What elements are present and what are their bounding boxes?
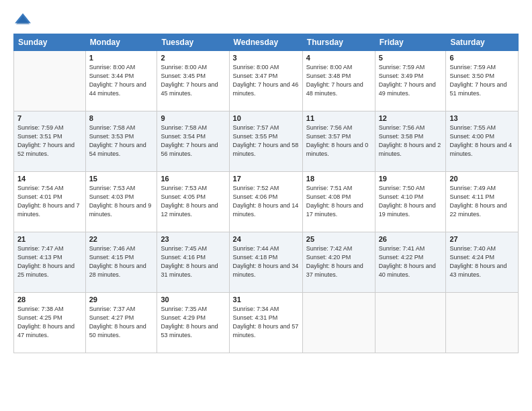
day-detail: Sunrise: 7:56 AMSunset: 3:58 PMDaylight:… — [379, 124, 443, 158]
calendar-cell: 13Sunrise: 7:55 AMSunset: 4:00 PMDayligh… — [446, 111, 519, 172]
day-detail: Sunrise: 7:35 AMSunset: 4:29 PMDaylight:… — [161, 305, 225, 340]
day-header-tuesday: Tuesday — [157, 34, 229, 51]
day-detail: Sunrise: 7:51 AMSunset: 4:08 PMDaylight:… — [306, 184, 371, 219]
calendar-cell: 19Sunrise: 7:50 AMSunset: 4:10 PMDayligh… — [375, 172, 446, 232]
calendar-cell: 12Sunrise: 7:56 AMSunset: 3:58 PMDayligh… — [375, 111, 446, 172]
day-number: 13 — [449, 114, 515, 122]
day-detail: Sunrise: 7:58 AMSunset: 3:54 PMDaylight:… — [161, 124, 225, 158]
calendar-cell: 26Sunrise: 7:41 AMSunset: 4:22 PMDayligh… — [375, 232, 446, 293]
day-number: 18 — [306, 175, 371, 183]
calendar-cell: 4Sunrise: 8:00 AMSunset: 3:48 PMDaylight… — [302, 51, 375, 111]
day-number: 1 — [89, 54, 154, 62]
day-number: 12 — [379, 114, 443, 122]
day-number: 20 — [449, 175, 515, 183]
calendar-cell: 20Sunrise: 7:49 AMSunset: 4:11 PMDayligh… — [446, 172, 519, 232]
calendar-week-2: 7Sunrise: 7:59 AMSunset: 3:51 PMDaylight… — [14, 111, 519, 172]
calendar-cell: 14Sunrise: 7:54 AMSunset: 4:01 PMDayligh… — [14, 172, 86, 232]
day-number: 15 — [89, 175, 154, 183]
day-detail: Sunrise: 7:56 AMSunset: 3:57 PMDaylight:… — [306, 124, 371, 158]
calendar-cell: 16Sunrise: 7:53 AMSunset: 4:05 PMDayligh… — [157, 172, 229, 232]
day-detail: Sunrise: 7:59 AMSunset: 3:51 PMDaylight:… — [17, 124, 82, 158]
day-number: 27 — [449, 235, 515, 243]
day-header-monday: Monday — [85, 34, 157, 51]
day-detail: Sunrise: 7:42 AMSunset: 4:20 PMDaylight:… — [306, 244, 371, 279]
day-detail: Sunrise: 7:37 AMSunset: 4:27 PMDaylight:… — [89, 305, 154, 340]
day-header-sunday: Sunday — [14, 34, 86, 51]
calendar-cell: 23Sunrise: 7:45 AMSunset: 4:16 PMDayligh… — [157, 232, 229, 293]
day-detail: Sunrise: 7:38 AMSunset: 4:25 PMDaylight:… — [17, 305, 82, 340]
calendar-cell: 3Sunrise: 8:00 AMSunset: 3:47 PMDaylight… — [229, 51, 302, 111]
calendar-cell: 31Sunrise: 7:34 AMSunset: 4:31 PMDayligh… — [229, 293, 302, 353]
calendar-cell: 11Sunrise: 7:56 AMSunset: 3:57 PMDayligh… — [302, 111, 375, 172]
calendar-cell: 5Sunrise: 7:59 AMSunset: 3:49 PMDaylight… — [375, 51, 446, 111]
calendar-cell: 6Sunrise: 7:59 AMSunset: 3:50 PMDaylight… — [446, 51, 519, 111]
day-number: 8 — [89, 114, 154, 122]
day-detail: Sunrise: 7:40 AMSunset: 4:24 PMDaylight:… — [449, 244, 515, 279]
day-number: 7 — [17, 114, 82, 122]
day-number: 31 — [233, 295, 299, 304]
day-detail: Sunrise: 7:34 AMSunset: 4:31 PMDaylight:… — [233, 305, 299, 340]
day-header-saturday: Saturday — [446, 34, 519, 51]
day-number: 24 — [233, 235, 299, 243]
day-detail: Sunrise: 7:45 AMSunset: 4:16 PMDaylight:… — [161, 244, 225, 279]
calendar-cell: 2Sunrise: 8:00 AMSunset: 3:45 PMDaylight… — [157, 51, 229, 111]
day-detail: Sunrise: 7:53 AMSunset: 4:05 PMDaylight:… — [161, 184, 225, 219]
day-detail: Sunrise: 7:59 AMSunset: 3:50 PMDaylight:… — [449, 63, 515, 98]
calendar-header-row: SundayMondayTuesdayWednesdayThursdayFrid… — [14, 34, 519, 51]
day-number: 3 — [233, 54, 299, 62]
day-detail: Sunrise: 7:55 AMSunset: 4:00 PMDaylight:… — [449, 124, 515, 158]
day-header-wednesday: Wednesday — [229, 34, 302, 51]
calendar-cell: 1Sunrise: 8:00 AMSunset: 3:44 PMDaylight… — [85, 51, 157, 111]
day-number: 5 — [379, 54, 443, 62]
day-detail: Sunrise: 8:00 AMSunset: 3:44 PMDaylight:… — [89, 63, 154, 98]
calendar-cell: 27Sunrise: 7:40 AMSunset: 4:24 PMDayligh… — [446, 232, 519, 293]
day-number: 11 — [306, 114, 371, 122]
calendar-cell — [375, 293, 446, 353]
day-detail: Sunrise: 7:49 AMSunset: 4:11 PMDaylight:… — [449, 184, 515, 219]
calendar-cell: 10Sunrise: 7:57 AMSunset: 3:55 PMDayligh… — [229, 111, 302, 172]
day-number: 16 — [161, 175, 225, 183]
day-detail: Sunrise: 7:47 AMSunset: 4:13 PMDaylight:… — [17, 244, 82, 279]
day-number: 22 — [89, 235, 154, 243]
calendar-table: SundayMondayTuesdayWednesdayThursdayFrid… — [13, 34, 519, 353]
day-detail: Sunrise: 7:50 AMSunset: 4:10 PMDaylight:… — [379, 184, 443, 219]
day-detail: Sunrise: 7:54 AMSunset: 4:01 PMDaylight:… — [17, 184, 82, 219]
calendar-week-4: 21Sunrise: 7:47 AMSunset: 4:13 PMDayligh… — [14, 232, 519, 293]
logo-icon — [13, 12, 32, 27]
day-detail: Sunrise: 7:53 AMSunset: 4:03 PMDaylight:… — [89, 184, 154, 219]
day-header-thursday: Thursday — [302, 34, 375, 51]
page: SundayMondayTuesdayWednesdayThursdayFrid… — [0, 0, 532, 411]
calendar-cell: 17Sunrise: 7:52 AMSunset: 4:06 PMDayligh… — [229, 172, 302, 232]
day-detail: Sunrise: 7:57 AMSunset: 3:55 PMDaylight:… — [233, 124, 299, 158]
header — [13, 12, 519, 27]
calendar-cell — [14, 51, 86, 111]
calendar-cell: 24Sunrise: 7:44 AMSunset: 4:18 PMDayligh… — [229, 232, 302, 293]
calendar-cell: 15Sunrise: 7:53 AMSunset: 4:03 PMDayligh… — [85, 172, 157, 232]
day-number: 21 — [17, 235, 82, 243]
day-number: 30 — [161, 295, 225, 304]
day-detail: Sunrise: 7:58 AMSunset: 3:53 PMDaylight:… — [89, 124, 154, 158]
day-detail: Sunrise: 8:00 AMSunset: 3:47 PMDaylight:… — [233, 63, 299, 98]
calendar-cell: 7Sunrise: 7:59 AMSunset: 3:51 PMDaylight… — [14, 111, 86, 172]
day-detail: Sunrise: 8:00 AMSunset: 3:45 PMDaylight:… — [161, 63, 225, 98]
calendar-week-5: 28Sunrise: 7:38 AMSunset: 4:25 PMDayligh… — [14, 293, 519, 353]
day-number: 26 — [379, 235, 443, 243]
day-number: 29 — [89, 295, 154, 304]
day-detail: Sunrise: 8:00 AMSunset: 3:48 PMDaylight:… — [306, 63, 371, 98]
calendar-cell: 30Sunrise: 7:35 AMSunset: 4:29 PMDayligh… — [157, 293, 229, 353]
day-detail: Sunrise: 7:44 AMSunset: 4:18 PMDaylight:… — [233, 244, 299, 279]
day-detail: Sunrise: 7:46 AMSunset: 4:15 PMDaylight:… — [89, 244, 154, 279]
day-number: 2 — [161, 54, 225, 62]
day-number: 9 — [161, 114, 225, 122]
day-number: 19 — [379, 175, 443, 183]
logo — [13, 12, 35, 27]
day-number: 23 — [161, 235, 225, 243]
day-detail: Sunrise: 7:41 AMSunset: 4:22 PMDaylight:… — [379, 244, 443, 279]
calendar-week-3: 14Sunrise: 7:54 AMSunset: 4:01 PMDayligh… — [14, 172, 519, 232]
calendar-cell: 25Sunrise: 7:42 AMSunset: 4:20 PMDayligh… — [302, 232, 375, 293]
day-detail: Sunrise: 7:59 AMSunset: 3:49 PMDaylight:… — [379, 63, 443, 98]
day-number: 6 — [449, 54, 515, 62]
day-number: 10 — [233, 114, 299, 122]
day-number: 4 — [306, 54, 371, 62]
day-header-friday: Friday — [375, 34, 446, 51]
